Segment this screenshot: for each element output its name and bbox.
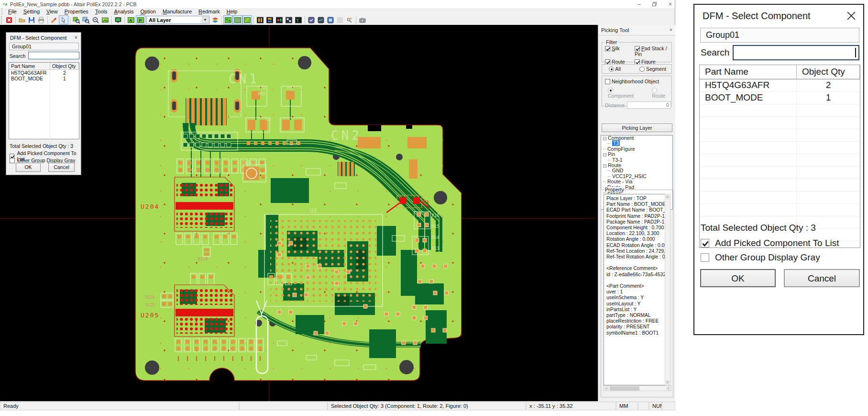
dfm-close-icon[interactable] xyxy=(846,11,857,21)
dfm-add-picked-row[interactable]: Add Picked Component To List xyxy=(701,238,839,248)
col-part-name[interactable]: Part Name xyxy=(700,65,797,79)
property-line: placeRestriction : FREE xyxy=(606,318,665,324)
distance-input[interactable]: 0 xyxy=(627,101,671,109)
close-button[interactable]: × xyxy=(669,1,672,8)
col-object-qty[interactable]: Object Qty xyxy=(797,65,860,79)
board-display-3-icon[interactable] xyxy=(242,15,252,24)
label-fl4: FL4 xyxy=(258,86,265,90)
monitor-icon[interactable] xyxy=(113,15,123,24)
dark-view-4-icon[interactable] xyxy=(284,15,294,24)
menu-manufacture[interactable]: Manufacture xyxy=(159,9,195,14)
menu-help[interactable]: Help xyxy=(223,9,241,14)
main-window: PollEx_New_Sample.pdbb - Altair PollEx 2… xyxy=(0,0,675,411)
dfm-small-cancel-button[interactable]: Cancel xyxy=(48,163,75,172)
dfm-ok-button[interactable]: OK xyxy=(700,269,776,287)
minimize-button[interactable]: – xyxy=(637,1,641,8)
settings-icon[interactable] xyxy=(345,15,354,24)
disabled-icon[interactable] xyxy=(335,15,345,24)
table-row[interactable]: H5TQ4G63AFR2 xyxy=(700,79,860,92)
neighborhood-label: Neighborhood Object xyxy=(612,79,659,84)
dfm-table[interactable]: Part Name Object Qty H5TQ4G63AFR2BOOT_MO… xyxy=(699,65,860,248)
menu-option[interactable]: Option xyxy=(137,9,159,14)
board-display-2-icon[interactable] xyxy=(233,15,242,24)
filter-pad-stack-pin[interactable]: Pad Stack / Pin xyxy=(635,45,671,57)
filter-label: Filter xyxy=(604,39,618,45)
status-spacer-2 xyxy=(638,402,649,410)
capture-icon[interactable] xyxy=(358,15,367,24)
col-part-name[interactable]: Part Name xyxy=(9,63,50,69)
menu-setting[interactable]: Setting xyxy=(20,9,43,14)
scope-all[interactable]: All xyxy=(609,66,639,72)
table-row-empty xyxy=(9,87,79,93)
zoom-previous-icon[interactable] xyxy=(81,15,91,24)
table-row[interactable]: H5TQ4G63AFR2 xyxy=(9,70,79,76)
dfm-small-title: DFM - Select Component xyxy=(10,35,66,41)
table-row[interactable]: BOOT_MODE1 xyxy=(700,92,860,104)
table-row-empty xyxy=(700,104,860,117)
layer-stack-icon[interactable] xyxy=(210,15,220,24)
scope-segment[interactable]: Segment xyxy=(639,66,666,72)
save-icon[interactable] xyxy=(27,15,36,24)
dfm-small-search-input[interactable] xyxy=(28,52,79,59)
dfm-small-group: Group01 xyxy=(9,43,79,50)
menu-file[interactable]: File xyxy=(5,9,20,14)
menu-properties[interactable]: Properties xyxy=(61,9,92,14)
neighborhood-checkbox-row[interactable]: Neighborhood Object xyxy=(602,76,671,84)
picking-tool-close-icon[interactable]: × xyxy=(670,27,672,33)
tree-item-pin[interactable]: −Pin xyxy=(601,152,672,157)
menu-redmark[interactable]: Redmark xyxy=(195,9,223,14)
dfm-small-ok-button[interactable]: OK xyxy=(16,163,41,172)
window-title: PollEx_New_Sample.pdbb - Altair PollEx 2… xyxy=(10,1,136,7)
print-icon[interactable] xyxy=(36,15,46,24)
analysis-3-icon[interactable] xyxy=(326,15,335,24)
dfm-cancel-button[interactable]: Cancel xyxy=(784,269,860,287)
app-logo-icon xyxy=(2,1,8,7)
dark-view-5-icon[interactable]: T xyxy=(294,15,303,24)
dfm-small-table[interactable]: Part Name Object Qty H5TQ4G63AFR2BOOT_MO… xyxy=(9,62,79,139)
menu-view[interactable]: View xyxy=(43,9,61,14)
menu-bar: FileSettingViewPropertiesToolsAnalysisOp… xyxy=(0,8,675,15)
analysis-1-icon[interactable] xyxy=(307,15,316,24)
property-label: Property xyxy=(604,187,626,192)
property-line: Place Layer : TOP xyxy=(606,196,665,202)
label-r15: R15 xyxy=(432,224,439,229)
pcb-canvas[interactable]: CN1CN2U1U204U205SW103T3R16R15R14R13R119R… xyxy=(0,25,598,401)
property-line: Part Name : BOOT_MODE xyxy=(606,202,665,207)
table-row-empty xyxy=(700,129,860,142)
property-text[interactable]: Place Layer : TOPPart Name : BOOT_MODEEC… xyxy=(604,194,666,385)
col-object-qty[interactable]: Object Qty xyxy=(50,63,79,69)
close-file-icon[interactable] xyxy=(4,15,14,24)
picking-layer-button[interactable]: Picking Layer xyxy=(602,124,672,132)
layer-artwork-icon[interactable]: A xyxy=(126,15,136,24)
neighborhood-component-radio[interactable]: Component xyxy=(608,87,639,99)
layer-select-combo[interactable]: All Layer▼ xyxy=(146,16,209,24)
neighborhood-route-radio[interactable]: Route xyxy=(652,87,671,99)
filter-silk[interactable]: Silk xyxy=(605,45,635,57)
analysis-2-icon[interactable] xyxy=(316,15,326,24)
table-row[interactable]: BOOT_MODE1 xyxy=(9,76,79,81)
dark-view-2-icon[interactable] xyxy=(265,15,275,24)
property-hscrollbar[interactable]: ‹› xyxy=(604,385,671,391)
board-display-1-icon[interactable] xyxy=(223,15,233,24)
restore-button[interactable] xyxy=(652,2,657,7)
status-coords: x : -35.11 y : 35.32 xyxy=(526,402,616,410)
label-cn1: CN1 xyxy=(229,72,260,86)
zoom-window-icon[interactable] xyxy=(72,15,81,24)
zoom-out-icon[interactable] xyxy=(91,15,100,24)
image-view-icon[interactable] xyxy=(100,15,110,24)
menu-tools[interactable]: Tools xyxy=(92,9,111,14)
dfm-other-gray-row[interactable]: Other Group Display Gray xyxy=(701,252,820,263)
dark-view-3-icon[interactable] xyxy=(275,15,284,24)
tree-item-route-via[interactable]: Route - Via xyxy=(601,179,672,184)
open-icon[interactable] xyxy=(17,15,27,24)
dfm-small-close-icon[interactable]: × xyxy=(75,34,77,40)
table-row-empty xyxy=(9,116,79,122)
dark-view-1-icon[interactable] xyxy=(255,15,265,24)
property-vscrollbar[interactable]: ˄˅ xyxy=(665,194,670,385)
dfm-search-input[interactable] xyxy=(733,45,859,60)
menu-analysis[interactable]: Analysis xyxy=(111,9,137,14)
select-cursor-icon[interactable] xyxy=(59,15,68,24)
neighborhood-checkbox[interactable] xyxy=(605,79,610,84)
layer-physical-icon[interactable]: P xyxy=(136,15,145,24)
repair-icon[interactable] xyxy=(49,15,59,24)
